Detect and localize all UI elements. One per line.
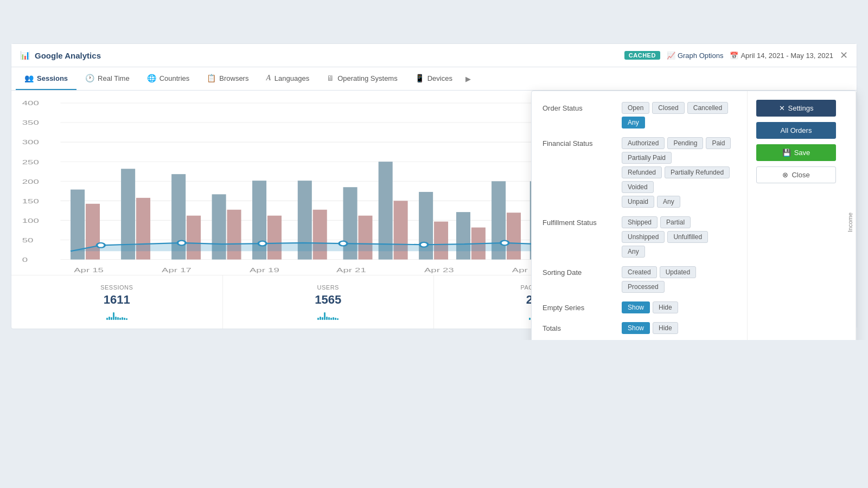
x-label-apr21: Apr 21 bbox=[336, 267, 366, 273]
datapoint-5 bbox=[420, 242, 428, 247]
financial-status-row: Financial Status Authorized Pending Paid… bbox=[542, 137, 736, 208]
x-label-apr17: Apr 17 bbox=[162, 267, 192, 273]
totals-row: Totals Show Hide bbox=[542, 322, 736, 334]
x-label-apr19: Apr 19 bbox=[250, 267, 279, 273]
tag-empty-show[interactable]: Show bbox=[622, 301, 650, 313]
y-label-200: 200 bbox=[22, 178, 39, 185]
datapoint-1 bbox=[97, 243, 105, 248]
tag-unfulfilled[interactable]: Unfulfilled bbox=[667, 231, 708, 243]
y-label-400: 400 bbox=[22, 100, 39, 106]
sorting-date-tags: Created Updated Processed bbox=[622, 266, 736, 293]
tab-realtime[interactable]: 🕐 Real Time bbox=[76, 67, 138, 90]
y-label-300: 300 bbox=[22, 139, 39, 145]
overlay-panel: Order Status Open Closed Cancelled Any F… bbox=[531, 91, 857, 340]
sessions-icon: 👥 bbox=[24, 74, 34, 82]
stat-users: USERS 1565 bbox=[223, 275, 435, 329]
stat-sessions-value: 1611 bbox=[22, 293, 212, 307]
income-label: Income bbox=[845, 91, 856, 340]
settings-button[interactable]: ✕ ✕ Settings Settings bbox=[756, 100, 836, 117]
tag-partially-refunded[interactable]: Partially Refunded bbox=[665, 166, 730, 178]
tag-pending[interactable]: Pending bbox=[667, 137, 703, 149]
mini-chart-users bbox=[234, 309, 423, 320]
browsers-icon: 📋 bbox=[207, 74, 216, 82]
tab-operating-systems[interactable]: 🖥 Operating Systems bbox=[318, 67, 406, 90]
save-button[interactable]: 💾 Save bbox=[756, 144, 836, 161]
countries-icon: 🌐 bbox=[147, 74, 156, 82]
tabs-more-button[interactable]: ▶ bbox=[461, 68, 475, 89]
empty-series-label: Empty Series bbox=[542, 301, 613, 312]
tag-totals-show[interactable]: Show bbox=[622, 322, 650, 334]
x-label-apr23: Apr 23 bbox=[424, 267, 454, 273]
content-area: 0 50 100 150 200 250 300 350 400 450 bbox=[11, 91, 857, 329]
tab-devices[interactable]: 📱 Devices bbox=[406, 67, 461, 90]
datapoint-6 bbox=[501, 241, 509, 246]
y-label-50: 50 bbox=[22, 237, 34, 243]
fulfillment-status-label: Fulfillment Status bbox=[542, 216, 613, 227]
bar-apr23-blue bbox=[456, 212, 470, 259]
datapoint-2 bbox=[177, 241, 186, 246]
y-label-100: 100 bbox=[22, 217, 39, 224]
tag-any-financial[interactable]: Any bbox=[657, 196, 680, 208]
stat-users-label: USERS bbox=[234, 284, 423, 291]
tag-processed[interactable]: Processed bbox=[622, 281, 665, 293]
bar-apr24-pink bbox=[507, 213, 521, 259]
tag-unshipped[interactable]: Unshipped bbox=[622, 231, 665, 243]
tag-closed[interactable]: Closed bbox=[652, 102, 684, 114]
totals-label: Totals bbox=[542, 322, 613, 332]
tag-voided[interactable]: Voided bbox=[622, 181, 654, 193]
tag-refunded[interactable]: Refunded bbox=[622, 166, 662, 178]
graph-options-button[interactable]: 📈 Graph Options bbox=[667, 52, 724, 60]
datapoint-4 bbox=[339, 241, 347, 246]
y-label-250: 250 bbox=[22, 159, 39, 165]
empty-series-row: Empty Series Show Hide bbox=[542, 301, 736, 313]
tag-totals-hide[interactable]: Hide bbox=[653, 322, 678, 334]
tab-countries[interactable]: 🌐 Countries bbox=[138, 67, 199, 90]
tab-browsers[interactable]: 📋 Browsers bbox=[198, 67, 257, 90]
bar-apr17-pink bbox=[227, 210, 241, 260]
tag-created[interactable]: Created bbox=[622, 266, 657, 278]
tag-unpaid[interactable]: Unpaid bbox=[622, 196, 654, 208]
tag-any-order[interactable]: Any bbox=[622, 117, 645, 129]
tab-languages[interactable]: A Languages bbox=[257, 67, 318, 90]
tag-empty-hide[interactable]: Hide bbox=[653, 301, 678, 313]
close-panel-button[interactable]: ⊗ Close bbox=[756, 166, 836, 183]
save-icon: 💾 bbox=[782, 149, 791, 157]
header-title: 📊 Google Analytics bbox=[20, 50, 101, 60]
tag-shipped[interactable]: Shipped bbox=[622, 216, 658, 228]
order-status-tags: Open Closed Cancelled Any bbox=[622, 102, 736, 129]
languages-icon: A bbox=[266, 74, 271, 82]
order-status-label: Order Status bbox=[542, 102, 613, 112]
datapoint-3 bbox=[258, 241, 266, 246]
all-orders-button[interactable]: All Orders bbox=[756, 122, 836, 139]
calendar-icon: 📅 bbox=[730, 52, 738, 60]
financial-status-label: Financial Status bbox=[542, 137, 613, 147]
fulfillment-status-row: Fulfillment Status Shipped Partial Unshi… bbox=[542, 216, 736, 258]
tag-cancelled[interactable]: Cancelled bbox=[687, 102, 728, 114]
y-label-350: 350 bbox=[22, 119, 39, 126]
tag-updated[interactable]: Updated bbox=[660, 266, 696, 278]
order-status-row: Order Status Open Closed Cancelled Any bbox=[542, 102, 736, 129]
cached-badge: CACHED bbox=[624, 51, 660, 60]
panel-sidebar: ✕ ✕ Settings Settings All Orders 💾 Save … bbox=[747, 91, 845, 340]
tag-paid[interactable]: Paid bbox=[706, 137, 731, 149]
tab-sessions[interactable]: 👥 Sessions bbox=[16, 67, 76, 90]
tag-partially-paid[interactable]: Partially Paid bbox=[622, 152, 672, 164]
tag-open[interactable]: Open bbox=[622, 102, 649, 114]
tag-partial[interactable]: Partial bbox=[660, 216, 691, 228]
close-circle-icon: ⊗ bbox=[782, 171, 788, 179]
tabs-bar: 👥 Sessions 🕐 Real Time 🌐 Countries 📋 Bro… bbox=[11, 67, 857, 91]
close-button[interactable]: ✕ bbox=[840, 49, 848, 61]
panel-main: Order Status Open Closed Cancelled Any F… bbox=[532, 91, 747, 340]
date-range[interactable]: 📅 April 14, 2021 - May 13, 2021 bbox=[730, 52, 833, 60]
empty-series-tags: Show Hide bbox=[622, 301, 678, 313]
stat-sessions-label: SESSIONS bbox=[22, 284, 212, 291]
totals-tags: Show Hide bbox=[622, 322, 678, 334]
realtime-icon: 🕐 bbox=[85, 74, 94, 82]
bar-apr19-pink bbox=[313, 210, 327, 260]
os-icon: 🖥 bbox=[327, 74, 334, 82]
tag-authorized[interactable]: Authorized bbox=[622, 137, 665, 149]
tag-any-fulfillment[interactable]: Any bbox=[622, 246, 645, 258]
mini-chart-sessions bbox=[22, 309, 212, 320]
header-right: CACHED 📈 Graph Options 📅 April 14, 2021 … bbox=[624, 49, 848, 61]
y-label-150: 150 bbox=[22, 198, 39, 204]
